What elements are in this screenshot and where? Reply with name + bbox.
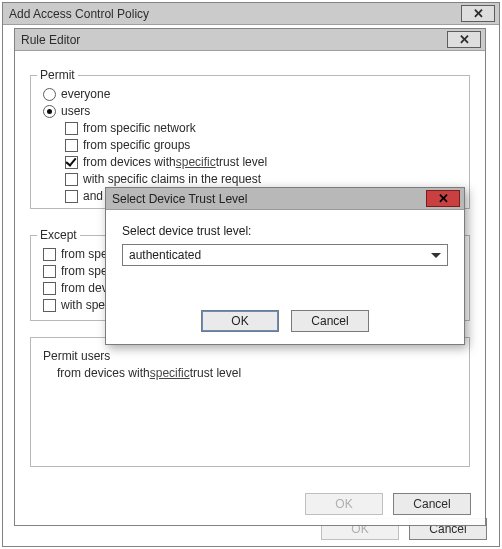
outer-titlebar: Add Access Control Policy ✕ xyxy=(3,3,499,25)
close-icon: ✕ xyxy=(438,192,449,205)
close-icon: ✕ xyxy=(459,33,470,46)
rule-editor-title: Rule Editor xyxy=(21,33,80,47)
radio-users[interactable]: users xyxy=(43,103,284,119)
permit-opt-trust-level-pre: from devices with xyxy=(83,155,176,169)
permit-opt-trust-level-link[interactable]: specific xyxy=(176,155,216,169)
permit-opt-claims-label: with specific claims in the request xyxy=(83,172,261,186)
close-icon: ✕ xyxy=(473,7,484,20)
outer-close-button[interactable]: ✕ xyxy=(461,5,495,22)
trust-level-ok-button[interactable]: OK xyxy=(201,310,279,332)
summary-line2-link[interactable]: specific xyxy=(150,366,190,380)
radio-everyone-label: everyone xyxy=(61,87,110,101)
summary-line1: Permit users xyxy=(43,349,110,363)
except-legend: Except xyxy=(37,228,80,242)
rule-ok-button: OK xyxy=(305,493,383,515)
summary-line2-post: trust level xyxy=(190,366,241,380)
outer-title: Add Access Control Policy xyxy=(9,7,149,21)
radio-users-label: users xyxy=(61,104,90,118)
rule-editor-close-button[interactable]: ✕ xyxy=(447,31,481,48)
permit-opt-network-label: from specific network xyxy=(83,121,196,135)
summary-group: Permit users from devices with specific … xyxy=(30,337,470,467)
trust-level-modal: Select Device Trust Level ✕ Select devic… xyxy=(105,187,465,345)
trust-level-close-button[interactable]: ✕ xyxy=(426,190,460,207)
trust-level-titlebar: Select Device Trust Level ✕ xyxy=(106,188,464,210)
trust-level-title: Select Device Trust Level xyxy=(112,192,247,206)
trust-level-label: Select device trust level: xyxy=(122,224,448,238)
trust-level-dropdown-value: authenticated xyxy=(129,248,201,262)
trust-level-dropdown[interactable]: authenticated xyxy=(122,244,448,266)
radio-everyone[interactable]: everyone xyxy=(43,86,284,102)
permit-opt-groups[interactable]: from specific groups xyxy=(65,137,284,153)
permit-opt-groups-label: from specific groups xyxy=(83,138,190,152)
permit-opt-trust-level-post: trust level xyxy=(216,155,267,169)
summary-line2-pre: from devices with xyxy=(57,366,150,380)
permit-opt-network[interactable]: from specific network xyxy=(65,120,284,136)
rule-cancel-button[interactable]: Cancel xyxy=(393,493,471,515)
rule-editor-titlebar: Rule Editor ✕ xyxy=(15,29,485,51)
trust-level-cancel-button[interactable]: Cancel xyxy=(291,310,369,332)
permit-opt-trust-level[interactable]: from devices with specific trust level xyxy=(65,154,284,170)
permit-legend: Permit xyxy=(37,68,78,82)
permit-opt-claims[interactable]: with specific claims in the request xyxy=(65,171,284,187)
